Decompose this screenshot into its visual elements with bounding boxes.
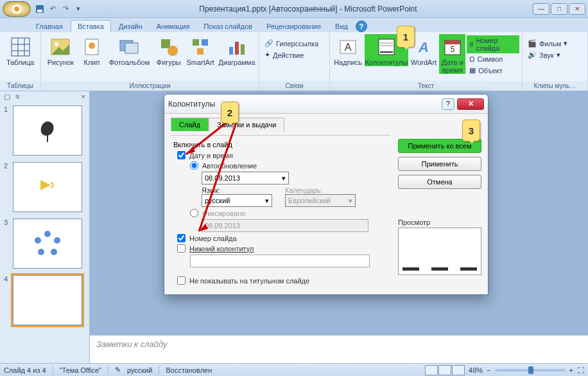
datetime-button[interactable]: 5Дата и время bbox=[439, 34, 465, 74]
album-label: Фотоальбом bbox=[109, 58, 150, 66]
zoom-out-button[interactable]: − bbox=[487, 366, 490, 374]
datetime-checkbox[interactable] bbox=[177, 151, 186, 159]
slides-panel-tab-icon[interactable]: ▢ bbox=[4, 93, 10, 102]
tab-review[interactable]: Рецензирование bbox=[260, 21, 327, 32]
image-button[interactable]: Рисунок bbox=[44, 34, 78, 66]
view-slideshow-button[interactable] bbox=[452, 365, 465, 375]
zoom-in-button[interactable]: + bbox=[569, 366, 573, 374]
group-media-label: Клипы муль… bbox=[523, 81, 587, 91]
hyperlink-icon: 🔗 bbox=[264, 39, 273, 48]
tab-slideshow[interactable]: Показ слайдов bbox=[197, 21, 259, 32]
chevron-down-icon: ▾ bbox=[265, 197, 269, 205]
textbox-icon: A bbox=[338, 37, 358, 57]
smartart-button[interactable]: SmartArt bbox=[185, 34, 216, 66]
lang-label: Язык: bbox=[202, 186, 272, 194]
fixed-date-input: 08.09.2013 bbox=[202, 219, 368, 232]
tab-home[interactable]: Главная bbox=[30, 21, 69, 32]
table-button[interactable]: Таблица bbox=[3, 34, 38, 66]
autoupdate-radio[interactable] bbox=[190, 161, 198, 170]
qat-undo-icon[interactable]: ↶ bbox=[48, 4, 58, 14]
maximize-button[interactable]: □ bbox=[551, 3, 567, 15]
close-button[interactable]: ✕ bbox=[569, 3, 585, 15]
ribbon-tabs: Главная Вставка Дизайн Анимация Показ сл… bbox=[0, 18, 588, 32]
movie-icon: 🎬 bbox=[528, 39, 537, 48]
clip-button[interactable]: Клип bbox=[79, 34, 105, 66]
view-sorter-button[interactable] bbox=[438, 365, 451, 375]
dialog-help-button[interactable]: ? bbox=[442, 98, 454, 110]
dialog-tab-slide[interactable]: Слайд bbox=[171, 118, 209, 131]
footer-checkbox[interactable] bbox=[177, 244, 186, 253]
tab-animation[interactable]: Анимация bbox=[150, 21, 196, 32]
tab-insert[interactable]: Вставка bbox=[71, 20, 111, 32]
callout-2: 2 bbox=[221, 102, 239, 123]
svg-rect-31 bbox=[445, 40, 460, 44]
action-button[interactable]: ✦Действие bbox=[262, 49, 321, 60]
svg-text:A: A bbox=[418, 39, 429, 55]
image-label: Рисунок bbox=[48, 58, 74, 66]
symbol-icon: Ω bbox=[469, 55, 474, 63]
zoom-percent[interactable]: 48% bbox=[469, 366, 483, 374]
slide-panel[interactable]: ▢≡× 1 2 3 4 bbox=[0, 91, 90, 363]
table-label: Таблица bbox=[6, 58, 34, 66]
date-value: 08.09.2013 bbox=[205, 174, 240, 182]
slide-thumb-1[interactable] bbox=[13, 105, 82, 156]
svg-point-39 bbox=[35, 237, 41, 244]
slide-thumb-4[interactable] bbox=[13, 275, 82, 325]
help-button[interactable]: ? bbox=[356, 21, 367, 32]
callout-3: 3 bbox=[462, 120, 480, 141]
textbox-button[interactable]: AНадпись bbox=[333, 34, 363, 66]
object-button[interactable]: ▦Объект bbox=[467, 65, 519, 76]
panel-close-icon[interactable]: × bbox=[82, 93, 85, 102]
svg-rect-17 bbox=[193, 39, 199, 46]
dialog-close-button[interactable]: ✕ bbox=[457, 98, 484, 110]
date-format-combo[interactable]: 08.09.2013▾ bbox=[202, 172, 289, 184]
album-icon bbox=[119, 37, 139, 57]
notes-pane[interactable]: Заметки к слайду bbox=[90, 335, 588, 363]
tab-design[interactable]: Дизайн bbox=[112, 21, 149, 32]
qat-dropdown-icon[interactable]: ▾ bbox=[73, 4, 83, 14]
footer-input[interactable] bbox=[190, 255, 370, 267]
spellcheck-icon[interactable]: ✎ bbox=[115, 366, 121, 374]
qat-redo-icon[interactable]: ↷ bbox=[60, 4, 71, 14]
group-text-label: Текст bbox=[330, 81, 522, 91]
slide-thumb-3[interactable] bbox=[13, 219, 82, 269]
movie-button[interactable]: 🎬Фильм ▾ bbox=[525, 38, 570, 49]
svg-rect-14 bbox=[125, 43, 138, 53]
dialog-title: Колонтитулы bbox=[168, 100, 215, 109]
slide-thumb-2[interactable] bbox=[13, 162, 82, 212]
album-button[interactable]: Фотоальбом bbox=[106, 34, 153, 66]
view-normal-button[interactable] bbox=[425, 365, 438, 375]
minimize-button[interactable]: — bbox=[533, 3, 549, 15]
cal-value: Европейский bbox=[288, 197, 331, 204]
svg-rect-19 bbox=[197, 48, 203, 55]
outline-panel-tab-icon[interactable]: ≡ bbox=[15, 93, 19, 102]
svg-rect-3 bbox=[37, 10, 42, 12]
qat-save-icon[interactable] bbox=[35, 4, 45, 14]
sound-icon: 🔊 bbox=[528, 51, 537, 59]
cancel-button[interactable]: Отмена bbox=[398, 175, 481, 189]
dialog-tab-notes[interactable]: Заметки и выдачи bbox=[209, 118, 284, 131]
symbol-button[interactable]: ΩСимвол bbox=[467, 54, 519, 64]
svg-point-37 bbox=[51, 249, 57, 255]
apply-button[interactable]: Применить bbox=[398, 157, 481, 171]
datetime-label: Дата и время bbox=[439, 58, 465, 74]
svg-point-16 bbox=[168, 46, 178, 56]
fit-button[interactable]: ⛶ bbox=[577, 366, 584, 374]
status-lang[interactable]: русский bbox=[127, 366, 152, 374]
slidenum-checkbox[interactable] bbox=[177, 234, 186, 242]
hyperlink-button[interactable]: 🔗Гиперссылка bbox=[262, 38, 321, 49]
lang-combo[interactable]: русский▾ bbox=[202, 194, 272, 207]
office-button[interactable] bbox=[3, 1, 31, 17]
shapes-button[interactable]: Фигуры bbox=[154, 34, 184, 66]
fixed-radio[interactable] bbox=[190, 209, 198, 217]
slidenum-button[interactable]: #Номер слайда bbox=[467, 35, 519, 53]
chart-button[interactable]: Диаграмма bbox=[218, 34, 256, 66]
include-label: Включить в слайд bbox=[173, 141, 390, 148]
ribbon: Таблица Таблицы Рисунок Клип Фотоальбом … bbox=[0, 32, 588, 91]
zoom-slider[interactable] bbox=[495, 369, 566, 372]
tab-view[interactable]: Вид bbox=[329, 21, 354, 32]
sound-button[interactable]: 🔊Звук ▾ bbox=[525, 49, 570, 60]
dontshow-checkbox[interactable] bbox=[177, 276, 186, 285]
symbol-label: Символ bbox=[478, 55, 503, 63]
thumb-num: 4 bbox=[4, 275, 10, 283]
